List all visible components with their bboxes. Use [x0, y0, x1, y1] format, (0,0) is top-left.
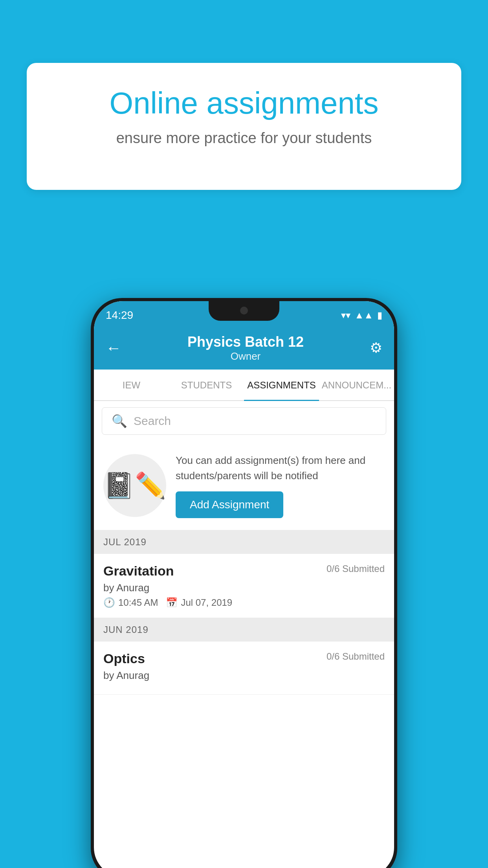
- promo-text-area: You can add assignment(s) from here and …: [176, 453, 385, 518]
- section-month-jul: JUL 2019: [103, 537, 147, 547]
- assignment-item-optics[interactable]: Optics 0/6 Submitted by Anurag: [94, 642, 394, 695]
- bubble-title: Online assignments: [54, 86, 434, 120]
- assignment-author-optics: by Anurag: [103, 669, 385, 682]
- phone-frame: 14:29 ▾▾ ▲▲ ▮ ← Physics Batch 12 Owner ⚙…: [91, 298, 397, 868]
- section-month-jun: JUN 2019: [103, 624, 149, 635]
- search-placeholder: Search: [134, 414, 171, 428]
- assignment-item-gravitation[interactable]: Gravitation 0/6 Submitted by Anurag 🕐 10…: [94, 554, 394, 618]
- assignment-time-gravitation: 🕐 10:45 AM: [103, 597, 158, 608]
- promo-description: You can add assignment(s) from here and …: [176, 453, 385, 484]
- assignment-submitted-optics: 0/6 Submitted: [327, 651, 385, 662]
- assignment-author-gravitation: by Anurag: [103, 582, 385, 594]
- header-subtitle: Owner: [187, 350, 304, 362]
- screen-content: 🔍 Search 📓✏️ You can add assignment(s) f…: [94, 401, 394, 695]
- assignment-date-gravitation: 📅 Jul 07, 2019: [166, 597, 232, 608]
- clock-icon: 🕐: [103, 597, 115, 608]
- search-bar[interactable]: 🔍 Search: [102, 407, 386, 435]
- camera-dot: [240, 307, 248, 314]
- assignment-top-row-optics: Optics 0/6 Submitted: [103, 651, 385, 666]
- section-header-jul: JUL 2019: [94, 530, 394, 554]
- assignment-title-gravitation: Gravitation: [103, 563, 174, 579]
- section-header-jun: JUN 2019: [94, 618, 394, 642]
- assignment-top-row: Gravitation 0/6 Submitted: [103, 563, 385, 579]
- tab-students[interactable]: STUDENTS: [169, 370, 244, 401]
- tab-announcements[interactable]: ANNOUNCEM...: [319, 370, 394, 401]
- signal-icon: ▲▲: [354, 310, 373, 321]
- speech-bubble: Online assignments ensure more practice …: [27, 63, 461, 190]
- search-container: 🔍 Search: [94, 401, 394, 441]
- add-assignment-button[interactable]: Add Assignment: [176, 491, 283, 518]
- header-title-group: Physics Batch 12 Owner: [187, 334, 304, 362]
- promo-icon-circle: 📓✏️: [103, 454, 166, 517]
- phone-notch: [209, 301, 279, 321]
- assignment-meta-gravitation: 🕐 10:45 AM 📅 Jul 07, 2019: [103, 597, 385, 608]
- assignment-submitted-gravitation: 0/6 Submitted: [327, 563, 385, 574]
- calendar-icon: 📅: [166, 597, 178, 608]
- back-button[interactable]: ←: [106, 339, 121, 357]
- tab-iew[interactable]: IEW: [94, 370, 169, 401]
- app-header: ← Physics Batch 12 Owner ⚙: [94, 326, 394, 370]
- tabs-bar: IEW STUDENTS ASSIGNMENTS ANNOUNCEM...: [94, 370, 394, 401]
- header-title: Physics Batch 12: [187, 334, 304, 350]
- phone-inner: 14:29 ▾▾ ▲▲ ▮ ← Physics Batch 12 Owner ⚙…: [94, 301, 394, 868]
- wifi-icon: ▾▾: [341, 310, 350, 321]
- bubble-subtitle: ensure more practice for your students: [54, 130, 434, 147]
- tab-assignments[interactable]: ASSIGNMENTS: [244, 370, 319, 401]
- settings-button[interactable]: ⚙: [370, 340, 382, 356]
- status-icons: ▾▾ ▲▲ ▮: [341, 310, 382, 321]
- promo-section: 📓✏️ You can add assignment(s) from here …: [94, 441, 394, 530]
- notebook-icon: 📓✏️: [103, 471, 166, 500]
- battery-icon: ▮: [377, 310, 382, 321]
- assignment-title-optics: Optics: [103, 651, 145, 666]
- status-time: 14:29: [106, 309, 133, 322]
- promo-card-top: Online assignments ensure more practice …: [27, 63, 461, 190]
- search-icon: 🔍: [112, 414, 127, 428]
